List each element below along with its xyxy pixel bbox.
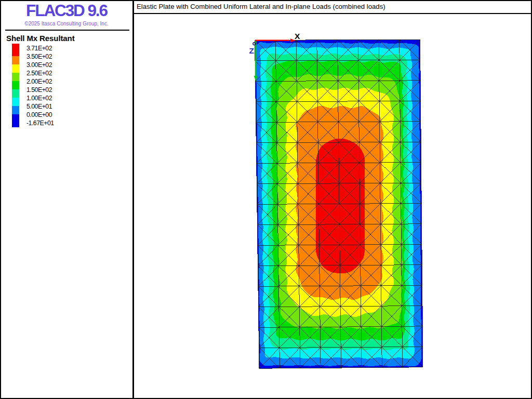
svg-text:Z: Z [249,46,255,55]
svg-text:X: X [295,32,300,41]
